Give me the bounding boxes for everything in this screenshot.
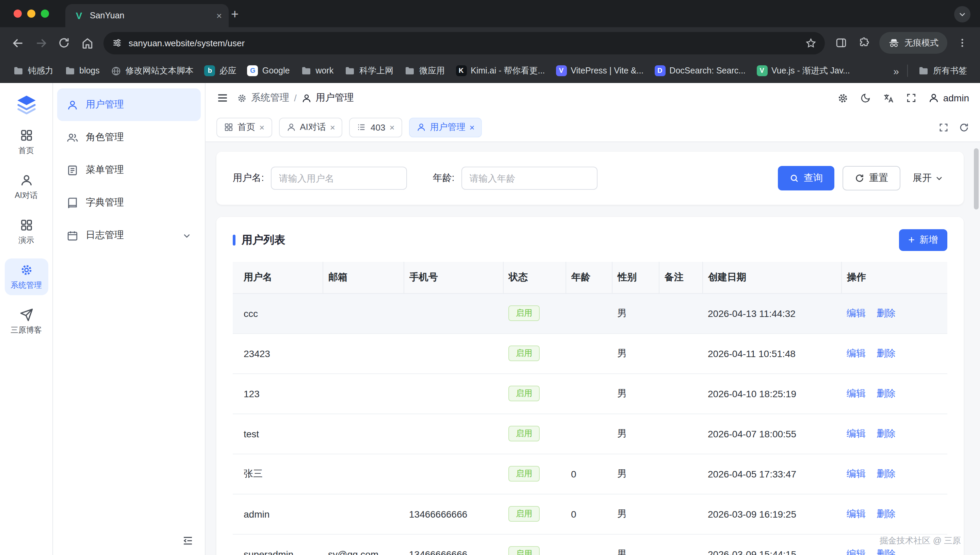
edit-link[interactable]: 编辑 xyxy=(847,427,866,438)
refresh-icon[interactable] xyxy=(959,122,969,132)
add-button-label: 新增 xyxy=(919,234,938,246)
bookmark-item[interactable]: G Google xyxy=(243,63,295,79)
close-icon[interactable]: × xyxy=(389,123,394,132)
menu-item-dictionary[interactable]: 字典管理 xyxy=(57,186,201,219)
bookmark-star-icon[interactable] xyxy=(805,37,817,49)
delete-link[interactable]: 删除 xyxy=(877,387,896,398)
back-button[interactable] xyxy=(7,32,29,54)
username-filter-input[interactable] xyxy=(271,167,407,190)
zoom-window-button[interactable] xyxy=(41,10,49,18)
edit-link[interactable]: 编辑 xyxy=(847,347,866,358)
all-bookmarks-button[interactable]: 所有书签 xyxy=(913,62,972,79)
rail-item-ai-chat[interactable]: AI对话 xyxy=(5,169,48,205)
breadcrumb: 系统管理 / 用户管理 xyxy=(237,92,354,104)
age-filter-input[interactable] xyxy=(461,167,598,190)
tab-chip-ai-chat[interactable]: AI对话 × xyxy=(279,117,343,137)
menu-item-users[interactable]: 用户管理 xyxy=(57,88,201,121)
address-bar[interactable]: sanyuan.website/system/user xyxy=(103,32,825,54)
menu-item-logs[interactable]: 日志管理 xyxy=(57,219,201,252)
menu-item-menus[interactable]: 菜单管理 xyxy=(57,154,201,186)
edit-link[interactable]: 编辑 xyxy=(847,307,866,318)
rail-item-system[interactable]: 系统管理 xyxy=(5,258,48,295)
bookmark-item[interactable]: 科学上网 xyxy=(340,62,398,79)
bookmark-item[interactable]: work xyxy=(296,63,338,79)
delete-link[interactable]: 删除 xyxy=(877,307,896,318)
fullscreen-icon[interactable] xyxy=(906,93,917,103)
dark-mode-moon-icon[interactable] xyxy=(860,93,871,103)
delete-link[interactable]: 删除 xyxy=(877,468,896,478)
bookmark-item[interactable]: 修改网站文本脚本 xyxy=(106,62,198,79)
rail-item-home[interactable]: 首页 xyxy=(5,124,48,160)
table-row: 张三 启用 0 男 2026-04-05 17:33:47 编辑删除 xyxy=(233,454,947,494)
browser-tab[interactable]: V SanYuan × xyxy=(65,4,229,27)
tab-close-icon[interactable]: × xyxy=(217,11,222,21)
reset-button-label: 重置 xyxy=(869,172,888,184)
hamburger-icon[interactable] xyxy=(217,92,229,104)
settings-gear-icon[interactable] xyxy=(837,92,849,104)
tab-chip-403[interactable]: 403 × xyxy=(349,117,402,137)
app-logo[interactable] xyxy=(15,90,37,120)
rail-item-blog[interactable]: 三原博客 xyxy=(5,303,48,340)
breadcrumb-section[interactable]: 系统管理 xyxy=(237,92,289,104)
search-button-label: 查询 xyxy=(804,172,823,184)
bookmark-item[interactable]: 微应用 xyxy=(400,62,450,79)
bookmark-item[interactable]: D DocSearch: Searc... xyxy=(650,63,750,79)
rail-item-demo[interactable]: 演示 xyxy=(5,213,48,250)
table-header: 用户名 邮箱 手机号 状态 年龄 性别 备注 创建日期 操作 xyxy=(233,262,947,293)
side-panel-icon[interactable] xyxy=(830,32,852,54)
edit-link[interactable]: 编辑 xyxy=(847,508,866,519)
reset-button[interactable]: 重置 xyxy=(842,166,900,191)
minimize-window-button[interactable] xyxy=(27,10,35,18)
close-icon[interactable]: × xyxy=(259,123,264,132)
page-scrollbar-thumb[interactable] xyxy=(974,148,978,210)
sidebar-collapse-icon[interactable] xyxy=(182,534,194,547)
cell-remark xyxy=(659,374,702,414)
bookmark-item[interactable]: 钝感力 xyxy=(8,62,58,79)
extensions-icon[interactable] xyxy=(853,32,875,54)
translate-icon[interactable] xyxy=(883,92,894,104)
delete-link[interactable]: 删除 xyxy=(877,508,896,519)
close-window-button[interactable] xyxy=(14,10,22,18)
fullscreen-icon[interactable] xyxy=(938,122,949,132)
folder-icon xyxy=(344,65,355,76)
cell-username: test xyxy=(233,414,323,454)
close-icon[interactable]: × xyxy=(330,123,335,132)
rail-item-label: 演示 xyxy=(18,235,34,245)
new-tab-button[interactable]: + xyxy=(226,5,244,23)
add-user-button[interactable]: + 新增 xyxy=(899,229,947,251)
tab-search-button[interactable] xyxy=(954,6,970,22)
edit-link[interactable]: 编辑 xyxy=(847,468,866,478)
bookmark-label: blogs xyxy=(79,66,100,75)
delete-link[interactable]: 删除 xyxy=(877,548,896,555)
bookmarks-overflow-icon[interactable]: » xyxy=(890,65,902,77)
reload-button[interactable] xyxy=(53,32,75,54)
bookmark-item[interactable]: b 必应 xyxy=(200,62,241,79)
edit-link[interactable]: 编辑 xyxy=(847,548,866,555)
delete-link[interactable]: 删除 xyxy=(877,427,896,438)
filter-card: 用户名: 年龄: 查询 重置 展开 xyxy=(217,152,964,205)
tab-chip-users[interactable]: 用户管理 × xyxy=(409,117,482,137)
expand-button[interactable]: 展开 xyxy=(909,166,947,191)
bookmark-item[interactable]: blogs xyxy=(59,63,104,79)
cell-age: 0 xyxy=(566,454,612,494)
forward-button[interactable] xyxy=(30,32,52,54)
user-menu[interactable]: admin xyxy=(928,93,969,103)
bookmark-item[interactable]: K Kimi.ai - 帮你看更... xyxy=(451,62,549,79)
bookmark-item[interactable]: V VitePress | Vite &... xyxy=(551,63,648,79)
search-button[interactable]: 查询 xyxy=(778,166,834,191)
edit-link[interactable]: 编辑 xyxy=(847,387,866,398)
cell-remark xyxy=(659,333,702,374)
breadcrumb-page-label: 用户管理 xyxy=(316,92,354,104)
close-icon[interactable]: × xyxy=(469,123,475,132)
delete-link[interactable]: 删除 xyxy=(877,347,896,358)
browser-menu-icon[interactable] xyxy=(951,32,973,54)
menu-item-roles[interactable]: 角色管理 xyxy=(57,121,201,154)
site-info-icon[interactable] xyxy=(112,37,122,48)
tab-chip-home[interactable]: 首页 × xyxy=(217,117,272,137)
cell-phone xyxy=(403,414,503,454)
home-button[interactable] xyxy=(76,32,98,54)
cell-gender: 男 xyxy=(612,414,659,454)
cell-actions: 编辑删除 xyxy=(841,374,947,414)
cell-actions: 编辑删除 xyxy=(841,454,947,494)
bookmark-item[interactable]: V Vue.js - 渐进式 Jav... xyxy=(752,62,855,79)
